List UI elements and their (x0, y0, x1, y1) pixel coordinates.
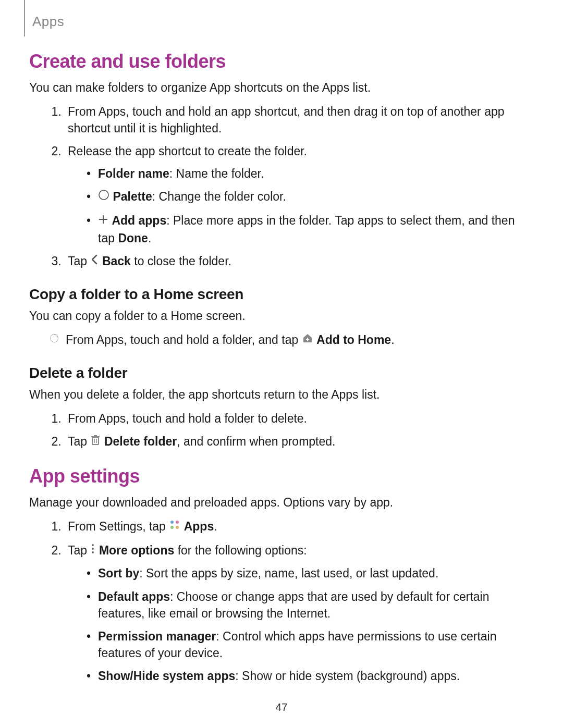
svg-point-12 (170, 526, 174, 529)
appset-step-1-pre: From Settings, tap (68, 520, 169, 533)
dotted-circle-icon (50, 334, 58, 342)
copy-pre: From Apps, touch and hold a folder, and … (66, 333, 302, 347)
heading-copy-folder: Copy a folder to a Home screen (29, 286, 534, 303)
copy-post: . (391, 333, 394, 347)
header-label: Apps (29, 14, 64, 29)
label-folder-name: Folder name (98, 167, 169, 180)
svg-point-13 (176, 526, 179, 529)
text-palette: : Change the folder color. (152, 190, 286, 203)
plus-icon (98, 212, 108, 229)
palette-icon (98, 188, 109, 205)
svg-point-15 (92, 548, 94, 550)
apps-grid-icon (169, 518, 180, 535)
intro-create-folders: You can make folders to organize App sho… (29, 80, 534, 96)
heading-delete-folder: Delete a folder (29, 365, 534, 381)
label-add-to-home: Add to Home (316, 333, 391, 347)
header-rule (24, 0, 25, 36)
text-show-hide: : Show or hide system (background) apps. (235, 669, 460, 683)
list-copy-folder: From Apps, touch and hold a folder, and … (29, 331, 534, 349)
svg-point-11 (176, 521, 179, 524)
steps-delete-folder: From Apps, touch and hold a folder to de… (29, 410, 534, 451)
opt-permission-manager: Permission manager: Control which apps h… (87, 628, 534, 661)
label-permission-manager: Permission manager (98, 630, 216, 643)
svg-point-14 (92, 544, 94, 546)
more-options-icon (90, 542, 95, 559)
delete-step-1: From Apps, touch and hold a folder to de… (65, 410, 534, 427)
subitem-folder-name: Folder name: Name the folder. (87, 165, 534, 182)
svg-rect-5 (92, 437, 99, 445)
page-number: 47 (0, 701, 563, 713)
text-sort-by: : Sort the apps by size, name, last used… (139, 566, 438, 580)
more-options-list: Sort by: Sort the apps by size, name, la… (68, 565, 534, 684)
back-icon (90, 253, 99, 269)
svg-point-0 (99, 190, 108, 200)
label-back: Back (102, 254, 131, 268)
label-delete-folder: Delete folder (104, 435, 177, 448)
trash-icon (90, 433, 101, 450)
steps-app-settings: From Settings, tap Apps. Tap More option… (29, 518, 534, 684)
delete-step-2: Tap Delete folder, and confirm when prom… (65, 433, 534, 451)
label-palette: Palette (113, 190, 152, 203)
subitem-palette: Palette: Change the folder color. (87, 188, 534, 206)
label-done: Done (118, 231, 148, 245)
opt-show-hide-system: Show/Hide system apps: Show or hide syst… (87, 668, 534, 684)
appset-step-2-pre: Tap (68, 544, 90, 557)
label-more-options: More options (99, 544, 174, 557)
appset-step-2: Tap More options for the following optio… (65, 542, 534, 684)
subitem-add-apps: Add apps: Place more apps in the folder.… (87, 212, 534, 246)
step-2: Release the app shortcut to create the f… (65, 143, 534, 246)
appset-step-1-post: . (214, 520, 217, 533)
step-3: Tap Back to close the folder. (65, 253, 534, 270)
intro-app-settings: Manage your downloaded and preloaded app… (29, 495, 534, 511)
step-1: From Apps, touch and hold an app shortcu… (65, 103, 534, 137)
text-folder-name: : Name the folder. (169, 167, 264, 180)
heading-create-folders: Create and use folders (29, 51, 534, 72)
step-2-text: Release the app shortcut to create the f… (68, 144, 307, 158)
step-2-sublist: Folder name: Name the folder. Palette: C… (68, 165, 534, 246)
svg-point-16 (92, 551, 94, 553)
label-default-apps: Default apps (98, 590, 170, 603)
intro-copy-folder: You can copy a folder to a Home screen. (29, 308, 534, 324)
delete-step-2-pre: Tap (68, 435, 90, 448)
page-header: Apps (29, 14, 534, 30)
item-copy-folder: From Apps, touch and hold a folder, and … (50, 331, 534, 349)
intro-delete-folder: When you delete a folder, the app shortc… (29, 387, 534, 403)
text-add-apps-2: . (148, 231, 151, 245)
heading-app-settings: App settings (29, 465, 534, 487)
add-to-home-icon (302, 331, 313, 348)
appset-step-1: From Settings, tap Apps. (65, 518, 534, 536)
opt-default-apps: Default apps: Choose or change apps that… (87, 588, 534, 622)
step-3-pre: Tap (68, 254, 90, 268)
label-show-hide: Show/Hide system apps (98, 669, 235, 683)
delete-step-2-post: , and confirm when prompted. (177, 435, 335, 448)
appset-step-2-post: for the following options: (174, 544, 307, 557)
step-3-post: to close the folder. (131, 254, 231, 268)
label-sort-by: Sort by (98, 566, 139, 580)
label-apps: Apps (184, 520, 214, 533)
opt-sort-by: Sort by: Sort the apps by size, name, la… (87, 565, 534, 582)
steps-create-folders: From Apps, touch and hold an app shortcu… (29, 103, 534, 270)
label-add-apps: Add apps (112, 214, 166, 227)
svg-point-10 (170, 521, 174, 524)
page: Apps Create and use folders You can make… (0, 0, 563, 685)
